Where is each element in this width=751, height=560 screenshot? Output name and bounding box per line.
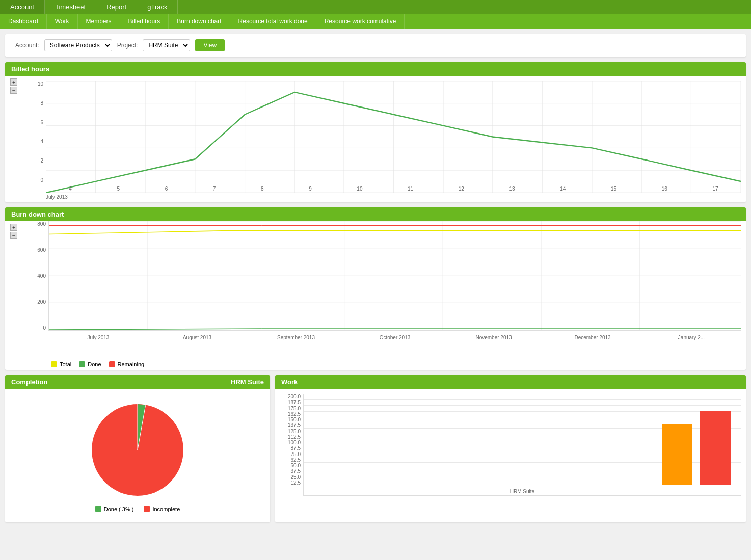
subnav-dashboard[interactable]: Dashboard [0,14,47,29]
x-label: 11 [408,186,413,192]
burndown-zoom-buttons: + − [10,224,17,239]
svg-line-33 [49,329,262,330]
month-label: July 2013 [49,335,148,340]
zoom-in-btn[interactable]: + [10,78,17,86]
work-y-axis: 200.0 187.5 175.0 162.5 150.0 137.5 125.… [280,394,303,496]
bar-plot: HRM Suite [303,394,741,496]
x-label: 14 [560,186,566,192]
legend-done: Done [79,361,101,367]
x-label: 5 [117,186,120,192]
account-label: Account: [15,42,39,49]
burndown-zoom-in[interactable]: + [10,224,17,231]
project-select[interactable]: HRM Suite [143,39,190,51]
bar-red-rect [700,411,731,485]
month-label: January 2... [642,335,741,340]
sub-nav: Dashboard Work Members Billed hours Burn… [0,14,751,29]
subnav-resource-total[interactable]: Resource total work done [230,14,316,29]
burndown-chart: Burn down chart + − 800 600 400 200 0 [5,207,746,370]
view-button[interactable]: View [195,39,225,51]
billed-plot: 4 5 6 7 8 9 10 11 12 13 14 15 16 17 [46,81,741,193]
zoom-buttons: + − [10,78,17,94]
work-chart-body: 200.0 187.5 175.0 162.5 150.0 137.5 125.… [275,389,746,501]
completion-header: Completion HRM Suite [5,375,270,389]
subnav-work[interactable]: Work [47,14,78,29]
x-label: 12 [459,186,464,192]
subnav-resource-cumulative[interactable]: Resource work cumulative [316,14,405,29]
legend-remaining: Remaining [109,361,145,367]
account-select[interactable]: Software Products [44,39,112,51]
pie-area: Done ( 3% ) Incomplete [5,389,270,522]
legend-incomplete-pie: Incomplete [144,506,180,512]
billed-hours-chart: Billed hours + − 10 8 6 4 2 0 [5,62,746,202]
completion-project: HRM Suite [231,378,264,386]
incomplete-pie-dot [144,506,150,512]
legend-total: Total [51,361,71,367]
subnav-burn-down-chart[interactable]: Burn down chart [169,14,230,29]
done-pie-dot [95,506,101,512]
pie-legend: Done ( 3% ) Incomplete [95,506,180,512]
nav-gtrack[interactable]: gTrack [137,0,178,14]
bottom-row: Completion HRM Suite Done ( 3% ) [5,375,746,522]
legend-total-label: Total [60,361,71,367]
month-label: September 2013 [247,335,345,340]
x-label: 6 [165,186,168,192]
top-nav: Account Timesheet Report gTrack [0,0,751,14]
burndown-legend: Total Done Remaining [46,359,741,370]
zoom-out-btn[interactable]: − [10,87,17,94]
pie-chart [87,399,189,501]
nav-timesheet[interactable]: Timesheet [45,0,96,14]
legend-remaining-dot [109,361,115,367]
billed-x-month: July 2013 [15,194,741,200]
legend-total-dot [51,361,57,367]
subnav-members[interactable]: Members [78,14,120,29]
nav-account[interactable]: Account [0,0,45,14]
month-label: August 2013 [148,335,247,340]
x-label: 4 [69,186,72,192]
bar-orange-rect [662,424,692,485]
month-label: November 2013 [444,335,543,340]
bar-chart-area: 200.0 187.5 175.0 162.5 150.0 137.5 125.… [280,394,741,496]
burndown-zoom-out[interactable]: − [10,232,17,239]
bar-red [700,411,731,485]
x-label: 16 [662,186,667,192]
x-label: 8 [261,186,264,192]
completion-chart: Completion HRM Suite Done ( 3% ) [5,375,270,522]
filter-bar: Account: Software Products Project: HRM … [5,34,746,57]
work-x-label: HRM Suite [304,489,741,494]
x-label: 9 [309,186,312,192]
billed-y-axis: 10 8 6 4 2 0 [25,81,46,193]
legend-done-pie: Done ( 3% ) [95,506,134,512]
burndown-plot: July 2013 August 2013 September 2013 Oct… [48,221,741,331]
month-label: October 2013 [345,335,444,340]
nav-report[interactable]: Report [96,0,137,14]
legend-remaining-label: Remaining [118,361,145,367]
burndown-title: Burn down chart [5,207,746,221]
x-label: 17 [712,186,718,192]
done-pie-label: Done ( 3% ) [104,506,134,512]
month-label: December 2013 [543,335,642,340]
completion-title: Completion [11,378,48,386]
burndown-y-axis: 800 600 400 200 0 [25,221,48,331]
x-label: 15 [611,186,616,192]
incomplete-pie-label: Incomplete [152,506,180,512]
work-title: Work [275,375,746,389]
bar-orange [662,424,692,485]
x-label: 10 [357,186,362,192]
billed-hours-title: Billed hours [5,62,746,76]
legend-done-dot [79,361,85,367]
project-label: Project: [117,42,138,49]
x-label: 7 [213,186,216,192]
legend-done-label: Done [88,361,101,367]
x-label: 13 [509,186,515,192]
subnav-billed-hours[interactable]: Billed hours [120,14,169,29]
work-chart: Work 200.0 187.5 175.0 162.5 150.0 137.5… [275,375,746,522]
